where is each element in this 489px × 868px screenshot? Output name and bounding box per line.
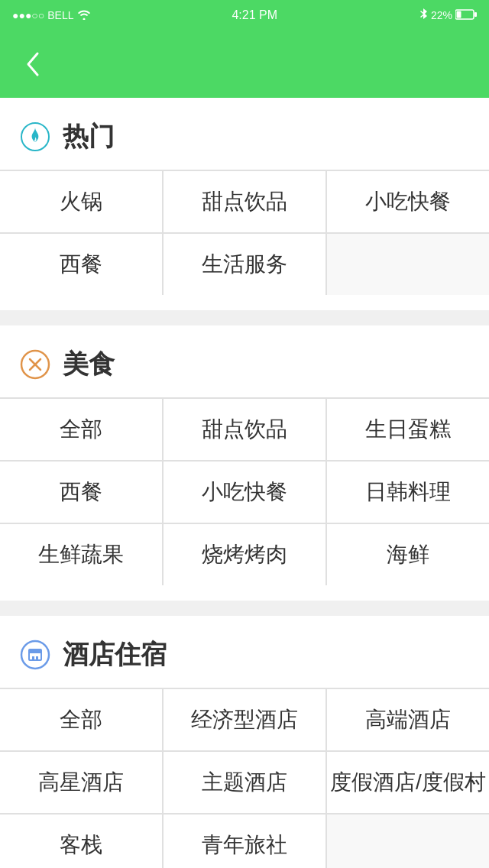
section-title-food: 美食 (63, 347, 115, 382)
svg-point-7 (21, 641, 49, 669)
nav-bar (0, 31, 489, 98)
section-header-hotel: 酒店住宿 (0, 616, 489, 688)
section-hotel: 酒店住宿全部经济型酒店高端酒店高星酒店主题酒店度假酒店/度假村客栈青年旅社 (0, 616, 489, 868)
svg-rect-1 (474, 12, 477, 17)
grid-item (327, 234, 489, 295)
grid-item[interactable]: 主题酒店 (164, 752, 325, 813)
bluetooth-icon (419, 8, 428, 23)
fork-icon (18, 348, 52, 381)
grid-item[interactable]: 甜点饮品 (164, 171, 325, 232)
svg-rect-2 (457, 11, 461, 18)
section-header-hot: 热门 (0, 98, 489, 170)
grid-item[interactable]: 西餐 (0, 234, 162, 295)
battery-icon (455, 9, 477, 22)
grid-food: 全部甜点饮品生日蛋糕西餐小吃快餐日韩料理生鲜蔬果烧烤烤肉海鲜 (0, 397, 489, 585)
svg-rect-10 (32, 656, 34, 660)
svg-rect-9 (29, 649, 41, 653)
grid-item[interactable]: 经济型酒店 (164, 689, 325, 750)
section-food: 美食全部甜点饮品生日蛋糕西餐小吃快餐日韩料理生鲜蔬果烧烤烤肉海鲜 (0, 326, 489, 601)
grid-item[interactable]: 烧烤烤肉 (164, 524, 325, 585)
grid-item[interactable]: 西餐 (0, 462, 162, 523)
grid-item[interactable]: 生日蛋糕 (327, 399, 489, 460)
flame-icon (18, 120, 52, 154)
battery-percent: 22% (431, 9, 452, 21)
carrier: BELL (47, 9, 73, 21)
section-title-hot: 热门 (63, 119, 115, 154)
grid-item[interactable]: 青年旅社 (164, 815, 325, 868)
status-right: 22% (419, 8, 477, 23)
grid-item[interactable]: 全部 (0, 399, 162, 460)
hotel-icon (18, 638, 52, 672)
svg-rect-11 (36, 656, 38, 660)
back-button[interactable] (15, 47, 49, 81)
grid-item[interactable]: 生鲜蔬果 (0, 524, 162, 585)
grid-hot: 火锅甜点饮品小吃快餐西餐生活服务 (0, 170, 489, 295)
grid-item[interactable]: 客栈 (0, 815, 162, 868)
grid-item[interactable]: 度假酒店/度假村 (327, 752, 489, 813)
grid-item[interactable]: 全部 (0, 689, 162, 750)
grid-item[interactable]: 火锅 (0, 171, 162, 232)
status-bar: ●●●○○ BELL 4:21 PM 22% (0, 0, 489, 31)
grid-item[interactable]: 小吃快餐 (327, 171, 489, 232)
grid-item[interactable]: 高端酒店 (327, 689, 489, 750)
grid-item[interactable]: 小吃快餐 (164, 462, 325, 523)
section-header-food: 美食 (0, 326, 489, 397)
wifi-icon (77, 9, 91, 22)
grid-item[interactable]: 日韩料理 (327, 462, 489, 523)
grid-hotel: 全部经济型酒店高端酒店高星酒店主题酒店度假酒店/度假村客栈青年旅社 (0, 688, 489, 868)
section-title-hotel: 酒店住宿 (63, 637, 167, 672)
status-left: ●●●○○ BELL (12, 9, 91, 22)
signal-dots: ●●●○○ (12, 9, 44, 21)
content: 热门火锅甜点饮品小吃快餐西餐生活服务美食全部甜点饮品生日蛋糕西餐小吃快餐日韩料理… (0, 98, 489, 868)
grid-item[interactable]: 甜点饮品 (164, 399, 325, 460)
grid-item[interactable]: 生活服务 (164, 234, 325, 295)
section-hot: 热门火锅甜点饮品小吃快餐西餐生活服务 (0, 98, 489, 310)
grid-item (327, 815, 489, 868)
grid-item[interactable]: 海鲜 (327, 524, 489, 585)
status-time: 4:21 PM (232, 8, 277, 22)
grid-item[interactable]: 高星酒店 (0, 752, 162, 813)
